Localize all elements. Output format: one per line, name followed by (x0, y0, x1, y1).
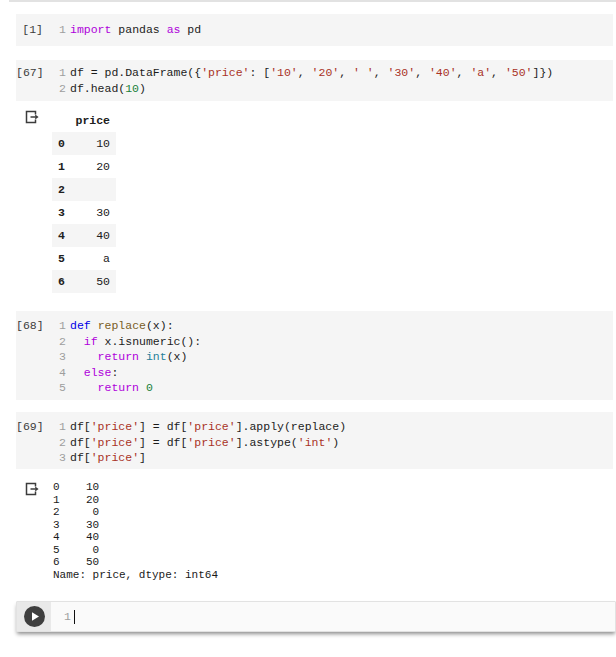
code-token: '50' (505, 65, 533, 81)
code-token (70, 380, 98, 396)
execution-count[interactable]: [69] (16, 419, 43, 435)
output-indicator-icon (25, 482, 40, 497)
code-token: , (457, 65, 471, 81)
code-token: (x) (167, 349, 188, 365)
table-row: 2 (52, 178, 116, 201)
code-token (139, 349, 146, 365)
code-token: '10' (270, 65, 298, 81)
code-token: df = pd.DataFrame({ (70, 65, 201, 81)
code-editor-input[interactable]: 1 (51, 602, 615, 631)
code-token: : (111, 365, 118, 381)
code-token: , (374, 65, 388, 81)
code-token: as (167, 22, 181, 38)
line-number: 2 (43, 435, 66, 451)
table-row: 010 (52, 132, 116, 155)
code-line: 3 return int(x) (16, 349, 613, 365)
line-number: 2 (43, 81, 66, 97)
line-number: 1 (43, 419, 66, 435)
code-token: ]}) (533, 65, 554, 81)
table-row: 120 (52, 155, 116, 178)
code-cell[interactable]: [68]1def replace(x):2 if x.isnumeric():3… (16, 311, 613, 400)
code-token: : [ (249, 65, 270, 81)
code-token: '30' (388, 65, 416, 81)
code-token: ] = df[ (139, 419, 187, 435)
execution-count[interactable]: [67] (16, 65, 43, 81)
code-line: 1df['price'] = df['price'].apply(replace… (16, 419, 613, 435)
code-cell[interactable]: [67]1df = pd.DataFrame({'price': ['10', … (16, 60, 613, 101)
code-token: ) (139, 81, 146, 97)
table-header-row: price (52, 108, 116, 132)
code-token: ) (332, 435, 339, 451)
table-cell: a (74, 247, 116, 270)
table-row: 330 (52, 201, 116, 224)
code-token: 0 (146, 380, 153, 396)
table-cell: 30 (74, 201, 116, 224)
row-index: 4 (52, 224, 74, 247)
code-token: ' ' (353, 65, 374, 81)
line-number: 1 (64, 610, 71, 623)
code-token (70, 334, 84, 350)
code-token: , (339, 65, 353, 81)
code-line: 1import pandas as pd (16, 22, 613, 38)
row-index: 5 (52, 247, 74, 270)
line-number: 3 (43, 450, 66, 466)
code-token: def (70, 318, 91, 334)
line-number: 1 (43, 65, 66, 81)
row-index: 2 (52, 178, 74, 201)
code-token: 'price' (91, 435, 139, 451)
execution-count[interactable]: [1] (16, 22, 43, 38)
row-index: 6 (52, 270, 74, 293)
code-line: 5 return 0 (16, 380, 613, 396)
table-row: 650 (52, 270, 116, 293)
execution-count[interactable]: [68] (16, 318, 43, 334)
code-token: 10 (125, 81, 139, 97)
code-token: pd (180, 22, 201, 38)
code-line: 4 else: (16, 365, 613, 381)
code-token: ] = df[ (139, 435, 187, 451)
dataframe-output-table: price01012023304405a650 (52, 108, 116, 293)
code-token: 'price' (91, 450, 139, 466)
table-column-header: price (74, 108, 116, 132)
table-cell: 50 (74, 270, 116, 293)
output-indicator-icon (25, 110, 40, 125)
line-number: 2 (43, 334, 66, 350)
table-cell (74, 178, 116, 201)
table-corner-cell (52, 108, 74, 132)
empty-code-cell[interactable]: 1 (16, 601, 616, 632)
series-output-text: 0 10 1 20 2 0 3 30 4 40 5 0 6 50 Name: p… (53, 480, 613, 581)
code-token: 'int' (298, 435, 333, 451)
code-token (70, 349, 98, 365)
code-line: 1df = pd.DataFrame({'price': ['10', '20'… (16, 65, 613, 81)
code-token: int (146, 349, 167, 365)
line-number: 1 (43, 22, 66, 38)
code-token: return (98, 380, 139, 396)
code-token: 'price' (201, 65, 249, 81)
code-token: replace (98, 318, 146, 334)
code-cell[interactable]: [69]1df['price'] = df['price'].apply(rep… (16, 412, 613, 469)
row-index: 3 (52, 201, 74, 224)
code-token: ] (139, 450, 146, 466)
code-line: 3df['price'] (16, 450, 613, 466)
cell-output: price01012023304405a650 (16, 108, 613, 293)
row-index: 1 (52, 155, 74, 178)
code-cell[interactable]: [1]1import pandas as pd (16, 14, 613, 46)
line-number: 4 (43, 365, 66, 381)
code-token: else (84, 365, 112, 381)
code-token: df[ (70, 419, 91, 435)
code-token: , (415, 65, 429, 81)
code-token: ].apply(replace) (236, 419, 346, 435)
run-cell-button[interactable] (24, 606, 45, 627)
toolbar-divider (9, 0, 616, 2)
code-token: pandas (111, 22, 166, 38)
line-number: 3 (43, 349, 66, 365)
code-line: 2 if x.isnumeric(): (16, 334, 613, 350)
code-token: , (298, 65, 312, 81)
table-cell: 10 (74, 132, 116, 155)
code-token: df[ (70, 435, 91, 451)
table-row: 5a (52, 247, 116, 270)
table-cell: 20 (74, 155, 116, 178)
row-index: 0 (52, 132, 74, 155)
code-token: 'price' (187, 419, 235, 435)
code-token: '40' (429, 65, 457, 81)
code-token: if (84, 334, 98, 350)
